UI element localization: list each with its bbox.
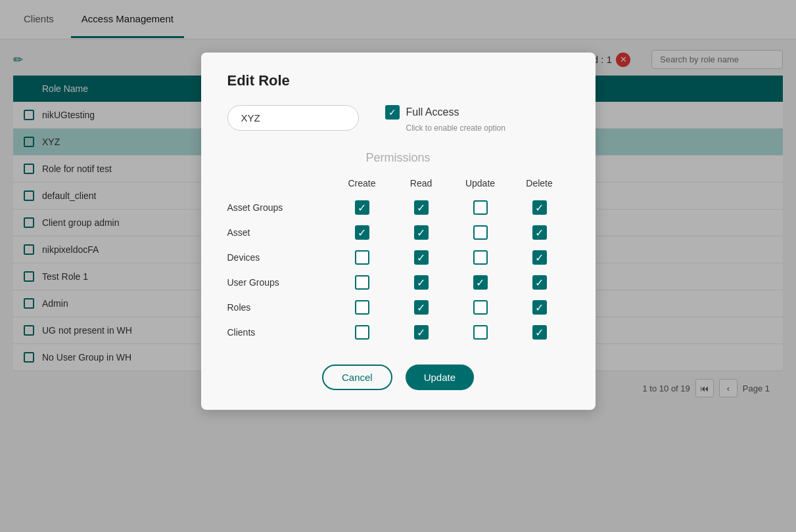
perm-row-asset: Asset ✓ ✓ ✓ [227,220,569,245]
asset-read-checkbox[interactable]: ✓ [414,225,429,240]
devices-update-checkbox[interactable] [473,250,488,265]
asset-groups-create-checkbox[interactable]: ✓ [355,200,369,215]
modal-top-row: ✓ Full Access Click to enable create opt… [227,105,569,133]
permissions-title: Permissions [227,151,569,165]
full-access-checkbox[interactable]: ✓ [385,105,400,120]
permissions-header: Create Read Update Delete [227,178,569,188]
clients-update-checkbox[interactable] [473,325,488,340]
asset-groups-update-checkbox[interactable] [473,200,488,215]
perm-row-asset-groups: Asset Groups ✓ ✓ ✓ [227,195,569,220]
role-name-input[interactable] [227,105,359,131]
user-groups-create-checkbox[interactable] [355,275,369,290]
perm-row-devices: Devices ✓ ✓ [227,245,569,270]
asset-groups-read-checkbox[interactable]: ✓ [414,200,429,215]
roles-create-checkbox[interactable] [355,300,369,315]
full-access-label: Full Access [406,106,459,118]
clients-create-checkbox[interactable] [355,325,369,340]
perm-row-user-groups: User Groups ✓ ✓ ✓ [227,270,569,295]
roles-read-checkbox[interactable]: ✓ [414,300,429,315]
devices-read-checkbox[interactable]: ✓ [414,250,429,265]
perm-row-clients: Clients ✓ ✓ [227,320,569,345]
full-access-hint: Click to enable create option [406,123,505,133]
clients-delete-checkbox[interactable]: ✓ [532,325,547,340]
modal-title: Edit Role [227,72,569,89]
cancel-button[interactable]: Cancel [322,365,392,390]
asset-delete-checkbox[interactable]: ✓ [532,225,547,240]
permissions-table: Create Read Update Delete Asset Groups ✓… [227,178,569,345]
user-groups-delete-checkbox[interactable]: ✓ [532,275,547,290]
roles-update-checkbox[interactable] [473,300,488,315]
devices-delete-checkbox[interactable]: ✓ [532,250,547,265]
asset-groups-delete-checkbox[interactable]: ✓ [532,200,547,215]
full-access-area: ✓ Full Access Click to enable create opt… [385,105,505,133]
roles-delete-checkbox[interactable]: ✓ [532,300,547,315]
user-groups-read-checkbox[interactable]: ✓ [414,275,429,290]
clients-read-checkbox[interactable]: ✓ [414,325,429,340]
asset-create-checkbox[interactable]: ✓ [355,225,369,240]
modal-footer: Cancel Update [227,365,569,390]
update-button[interactable]: Update [406,365,474,390]
user-groups-update-checkbox[interactable]: ✓ [473,275,488,290]
devices-create-checkbox[interactable] [355,250,369,265]
edit-role-modal: Edit Role ✓ Full Access Click to enable … [201,53,596,410]
asset-update-checkbox[interactable] [473,225,488,240]
full-access-row: ✓ Full Access [385,105,459,120]
perm-row-roles: Roles ✓ ✓ [227,295,569,320]
